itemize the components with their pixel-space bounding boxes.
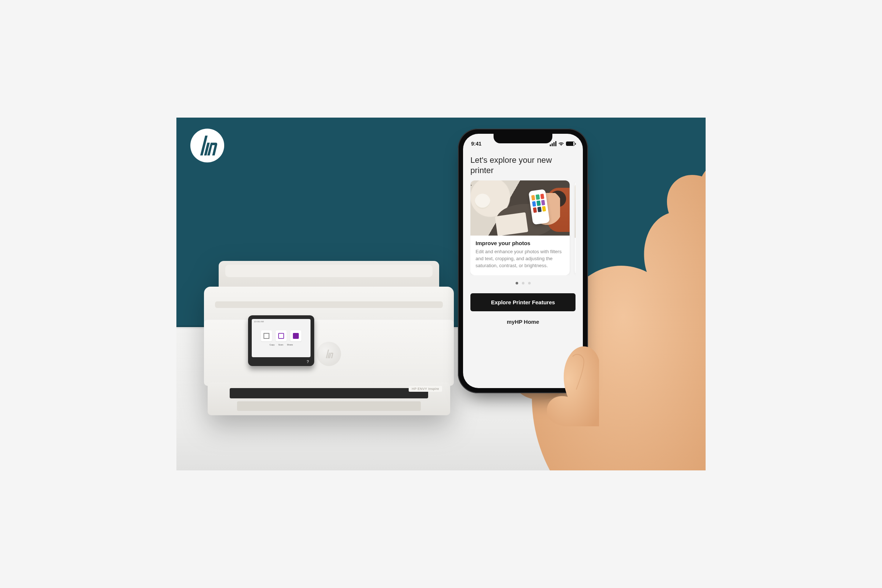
- feature-card-image: .: [470, 180, 570, 236]
- printer-panel-time: 10:06 AM: [254, 321, 264, 322]
- printer-app-label: Scan: [278, 344, 284, 346]
- hp-badge-icon: [321, 346, 337, 362]
- pager-dot[interactable]: [528, 282, 531, 285]
- feature-card-title: Improve your photos: [476, 240, 564, 246]
- printer-app-label: Copy: [269, 344, 274, 346]
- wifi-icon: [558, 141, 564, 146]
- phone-device: 9:41 Let's explore your new printer: [458, 129, 588, 393]
- page-title: Let's explore your new printer: [470, 155, 576, 175]
- printer-app-scan[interactable]: [276, 330, 286, 341]
- printer-app-share[interactable]: [290, 330, 302, 341]
- printer-panel-screen[interactable]: 10:06 AM Copy Scan Share: [252, 319, 310, 357]
- printer-brand-badge: [317, 342, 341, 366]
- feature-carousel[interactable]: . Improve your photos Edit and enhance y…: [470, 180, 576, 275]
- battery-icon: [566, 141, 575, 146]
- feature-card-next[interactable]: P S i c: [575, 180, 576, 275]
- printer-help-icon[interactable]: ?: [306, 359, 309, 364]
- feature-card-desc: Edit and enhance your photos with filter…: [476, 248, 564, 269]
- status-time: 9:41: [471, 141, 482, 147]
- cellular-signal-icon: [549, 141, 556, 146]
- printer-app-label: Share: [287, 344, 293, 346]
- hp-logo-icon: [190, 128, 225, 163]
- printer-paper-drawer: [237, 401, 421, 411]
- feature-card[interactable]: . Improve your photos Edit and enhance y…: [470, 180, 570, 275]
- phone-screen: 9:41 Let's explore your new printer: [463, 134, 583, 388]
- pager-dot[interactable]: [516, 282, 518, 285]
- hp-logo: [190, 128, 225, 165]
- carousel-pager[interactable]: [470, 282, 576, 285]
- product-marketing-scene: 14.8% 10:06 AM: [176, 118, 706, 470]
- feature-card-image: [575, 183, 576, 238]
- printer-touch-panel: 10:06 AM Copy Scan Share ?: [248, 315, 314, 366]
- explore-features-button[interactable]: Explore Printer Features: [470, 293, 576, 311]
- feature-card-body: Improve your photos Edit and enhance you…: [470, 236, 570, 275]
- app-content: Let's explore your new printer .: [463, 149, 583, 388]
- phone-notch: [494, 134, 552, 143]
- printer-output-slot: [230, 388, 428, 398]
- printer-app-copy[interactable]: [261, 330, 272, 341]
- myhp-home-link[interactable]: myHP Home: [470, 319, 576, 325]
- pager-dot[interactable]: [522, 282, 524, 285]
